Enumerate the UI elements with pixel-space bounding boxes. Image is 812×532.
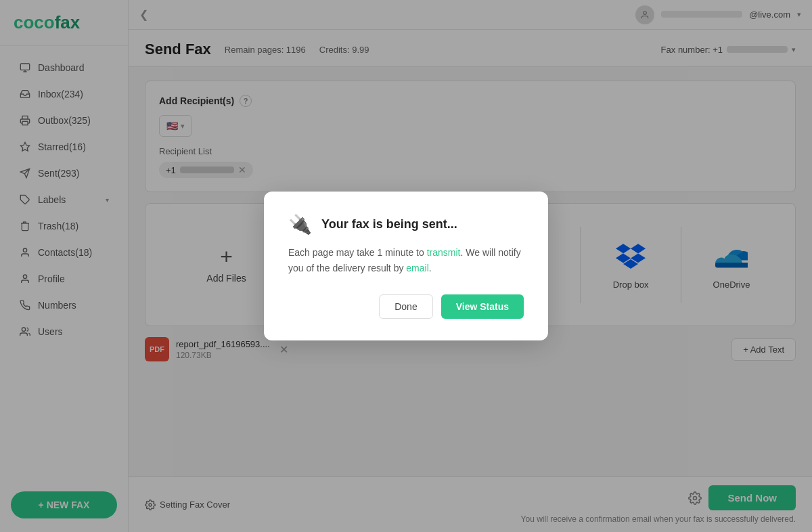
modal: 🔌 Your fax is being sent... Each page ma… bbox=[264, 192, 548, 340]
email-link: email bbox=[406, 263, 428, 273]
modal-header: 🔌 Your fax is being sent... bbox=[288, 213, 524, 236]
modal-title: Your fax is being sent... bbox=[321, 217, 457, 231]
modal-overlay: 🔌 Your fax is being sent... Each page ma… bbox=[0, 0, 812, 532]
plug-icon: 🔌 bbox=[288, 213, 312, 236]
transmit-link: transmit bbox=[427, 247, 461, 258]
view-status-button[interactable]: View Status bbox=[441, 294, 524, 319]
modal-body: Each page may take 1 minute to transmit.… bbox=[288, 245, 524, 275]
modal-actions: Done View Status bbox=[288, 294, 524, 319]
done-button[interactable]: Done bbox=[379, 294, 432, 319]
